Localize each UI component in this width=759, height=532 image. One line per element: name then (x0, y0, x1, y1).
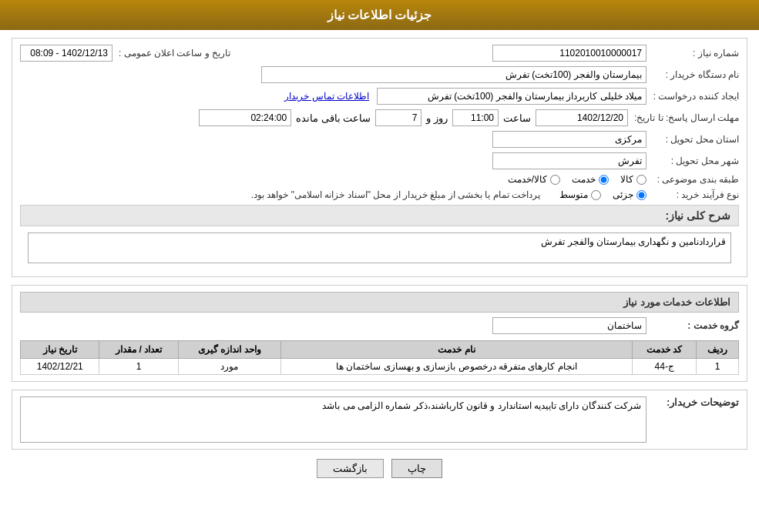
purchase-jozi-label: جزئی (613, 189, 633, 200)
buyer-org-row: نام دستگاه خریدار : (20, 66, 739, 83)
cell-date: 1402/12/21 (21, 359, 99, 375)
need-description-container: شرح کلی نیاز: قراردادنامین و نگهداری بیم… (20, 205, 739, 266)
buyer-org-label: نام دستگاه خریدار : (646, 69, 739, 80)
table-row: 1 ج-44 انجام کارهای متفرقه درخصوص بازساز… (21, 359, 739, 375)
items-table-header: ردیف کد خدمت نام خدمت واحد اندازه گیری ت… (21, 341, 739, 359)
service-group-row: گروه خدمت : (20, 317, 739, 334)
need-number-label: شماره نیاز : (646, 48, 739, 59)
category-khedmat-radio[interactable] (599, 175, 609, 185)
creator-row: ایجاد کننده درخواست : اطلاعات تماس خریدا… (20, 88, 739, 105)
buyer-org-input[interactable] (261, 66, 646, 83)
need-description-title: شرح کلی نیاز: (20, 205, 739, 226)
response-date-input[interactable] (536, 109, 628, 126)
announce-time-label: تاریخ و ساعت اعلان عمومی : (113, 48, 230, 59)
response-deadline-label: مهلت ارسال پاسخ: تا تاریخ: (628, 112, 739, 123)
purchase-type-label: نوع فرآیند خرید : (646, 189, 739, 200)
purchase-jozi-radio[interactable] (636, 190, 646, 200)
category-kala-radio[interactable] (636, 175, 646, 185)
category-kala-khedmat-option[interactable]: کالا/خدمت (508, 174, 560, 185)
category-kala-label: کالا (620, 174, 633, 185)
items-table: ردیف کد خدمت نام خدمت واحد اندازه گیری ت… (20, 340, 739, 375)
content-area: شماره نیاز : تاریخ و ساعت اعلان عمومی : … (0, 30, 759, 494)
announce-time-input[interactable] (20, 45, 113, 62)
cell-rownum: 1 (697, 359, 739, 375)
purchase-motavaset-option[interactable]: متوسط (559, 189, 601, 200)
col-header-name: نام خدمت (280, 341, 633, 359)
category-kala-khedmat-label: کالا/خدمت (508, 174, 547, 185)
items-table-body: 1 ج-44 انجام کارهای متفرقه درخصوص بازساز… (21, 359, 739, 375)
buyer-notes-textarea[interactable]: شرکت کنندگان دارای تاییدیه استاندارد و ق… (20, 396, 646, 443)
main-info-section: شماره نیاز : تاریخ و ساعت اعلان عمومی : … (12, 38, 747, 277)
category-khedmat-option[interactable]: خدمت (572, 174, 609, 185)
contact-info-link[interactable]: اطلاعات تماس خریدار (284, 91, 369, 102)
page-header: جزئیات اطلاعات نیاز (0, 0, 759, 30)
response-days-label: روز و (426, 112, 448, 124)
need-description-textarea[interactable]: قراردادنامین و نگهداری بیمارستان والفجر … (28, 233, 731, 263)
response-time-label: ساعت (503, 112, 531, 124)
delivery-city-row: شهر محل تحویل : (20, 152, 739, 169)
category-kala-option[interactable]: کالا (620, 174, 646, 185)
col-header-rownum: ردیف (697, 341, 739, 359)
purchase-jozi-option[interactable]: جزئی (613, 189, 646, 200)
purchase-motavaset-radio[interactable] (591, 190, 601, 200)
category-row: طبقه بندی موضوعی : کالا خدمت کالا/خدمت (20, 174, 739, 185)
service-group-label: گروه خدمت : (646, 320, 739, 331)
delivery-city-input[interactable] (492, 152, 646, 169)
buyer-notes-row: توضیحات خریدار: شرکت کنندگان دارای تایید… (20, 396, 739, 443)
purchase-type-row: نوع فرآیند خرید : جزئی متوسط پرداخت تمام… (20, 189, 739, 200)
delivery-province-row: استان محل تحویل : (20, 131, 739, 148)
response-remaining-input[interactable] (199, 109, 291, 126)
response-deadline-row: مهلت ارسال پاسخ: تا تاریخ: ساعت روز و سا… (20, 109, 739, 126)
col-header-qty: تعداد / مقدار (99, 341, 178, 359)
cell-qty: 1 (99, 359, 178, 375)
need-description-inner: قراردادنامین و نگهداری بیمارستان والفجر … (20, 233, 739, 266)
col-header-code: کد خدمت (633, 341, 697, 359)
response-days-input[interactable] (375, 109, 421, 126)
delivery-city-label: شهر محل تحویل : (646, 156, 739, 166)
purchase-motavaset-label: متوسط (559, 189, 588, 200)
cell-name: انجام کارهای متفرقه درخصوص بازسازی و بهس… (280, 359, 633, 375)
need-number-input[interactable] (492, 45, 646, 62)
cell-code: ج-44 (633, 359, 697, 375)
category-kala-khedmat-radio[interactable] (550, 175, 560, 185)
category-label: طبقه بندی موضوعی : (646, 174, 739, 185)
back-button[interactable]: بازگشت (317, 459, 384, 478)
col-header-date: تاریخ نیاز (21, 341, 99, 359)
buyer-notes-section: توضیحات خریدار: شرکت کنندگان دارای تایید… (12, 390, 747, 450)
page-container: جزئیات اطلاعات نیاز شماره نیاز : تاریخ و… (0, 0, 759, 532)
service-group-input[interactable] (492, 317, 646, 334)
delivery-province-input[interactable] (492, 131, 646, 148)
cell-unit: مورد (178, 359, 280, 375)
need-number-row: شماره نیاز : تاریخ و ساعت اعلان عمومی : (20, 45, 739, 62)
purchase-type-radio-group: جزئی متوسط پرداخت تمام یا بخشی از مبلغ خ… (251, 189, 646, 200)
delivery-province-label: استان محل تحویل : (646, 134, 739, 145)
buyer-notes-label: توضیحات خریدار: (646, 396, 739, 408)
creator-input[interactable] (377, 88, 646, 105)
purchase-type-note: پرداخت تمام یا بخشی از مبلغ خریدار از مح… (251, 189, 540, 200)
category-radio-group: کالا خدمت کالا/خدمت (508, 174, 646, 185)
buttons-row: چاپ بازگشت (12, 459, 747, 478)
category-khedmat-label: خدمت (572, 174, 596, 185)
services-section: اطلاعات خدمات مورد نیاز گروه خدمت : ردیف… (12, 285, 747, 382)
response-time-input[interactable] (452, 109, 499, 126)
creator-label: ایجاد کننده درخواست : (646, 91, 739, 102)
response-remaining-label: ساعت باقی مانده (296, 112, 371, 124)
print-button[interactable]: چاپ (391, 459, 442, 478)
col-header-unit: واحد اندازه گیری (178, 341, 280, 359)
page-title: جزئیات اطلاعات نیاز (327, 8, 432, 22)
services-section-title: اطلاعات خدمات مورد نیاز (20, 292, 739, 313)
